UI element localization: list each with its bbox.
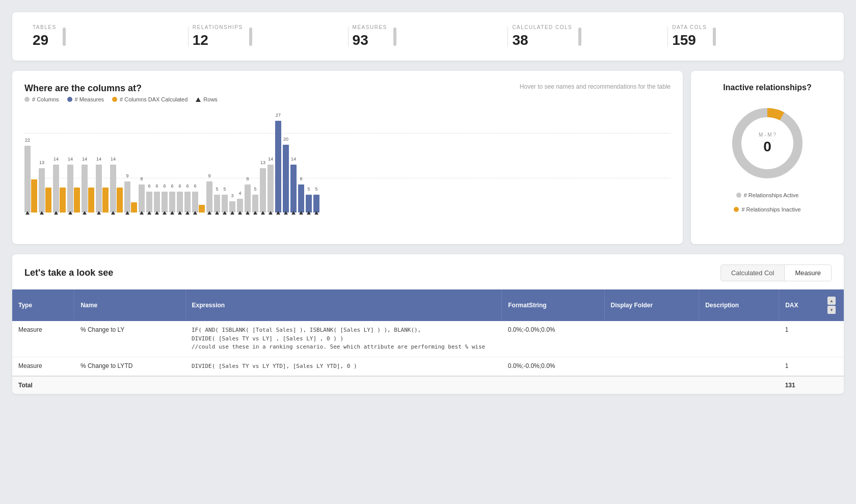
bar-group: 13 xyxy=(260,168,266,213)
bar-grey: 8 xyxy=(139,184,145,213)
bar-orange xyxy=(131,202,137,213)
table-row: Measure % Change to LY IF( AND( ISBLANK(… xyxy=(12,321,844,357)
bar-row-triangle xyxy=(253,211,257,215)
bar-group: 8 xyxy=(245,184,251,213)
tab-button-calculated-col[interactable]: Calculated Col xyxy=(721,265,785,281)
bar-row-triangle xyxy=(155,211,159,215)
bar-blue-label: 8 xyxy=(300,176,302,181)
bar-grey-label: 6 xyxy=(148,183,150,189)
stat-bar xyxy=(578,28,581,46)
bar-grey-label: 6 xyxy=(171,183,173,189)
bar-row-triangle xyxy=(111,211,115,215)
donut-legend-dot xyxy=(736,193,741,198)
bar-grey-label: 14 xyxy=(54,156,59,162)
stat-divider xyxy=(507,26,508,47)
bar-group: 6 xyxy=(177,192,183,213)
bar-row-triangle xyxy=(230,211,234,215)
bar-grey-label: 8 xyxy=(140,176,143,181)
cell-displayfolder xyxy=(604,357,699,376)
legend-label: Rows xyxy=(203,96,218,102)
bar-grey: 3 xyxy=(229,201,235,213)
bar-grey: 4 xyxy=(237,199,243,213)
bar-row-triangle xyxy=(97,211,101,215)
cell-formatstring: 0.0%;-0.0%;0.0% xyxy=(502,357,604,376)
bar-group: 6 xyxy=(154,192,160,213)
bar-group: 14 xyxy=(268,165,274,213)
bar-group: 6 xyxy=(146,192,152,213)
scroll-up-btn[interactable]: ▲ xyxy=(827,297,836,305)
cell-dax: 1 xyxy=(779,357,844,376)
bar-grey: 6 xyxy=(177,192,183,213)
donut-title: Inactive relationships? xyxy=(723,83,811,92)
donut-legend-item: # Relationships Inactive xyxy=(734,206,800,213)
bar-grey: 22 xyxy=(24,146,31,213)
bar-blue-label: 5 xyxy=(315,187,317,192)
bar-grey-label: 6 xyxy=(178,183,181,189)
donut-center-label: M - M ? xyxy=(759,132,776,138)
bar-row-triangle xyxy=(170,211,174,215)
bar-group: 14 xyxy=(82,165,94,213)
bar-group: 6 xyxy=(169,192,175,213)
bar-row-triangle xyxy=(207,211,211,215)
table-footer-row: Total 131 xyxy=(12,376,844,394)
bar-blue: 5 xyxy=(313,195,319,213)
bar-grey: 5 xyxy=(214,195,220,213)
scroll-down-btn[interactable]: ▼ xyxy=(827,306,836,314)
stat-divider xyxy=(667,26,668,47)
legend-label: # Columns xyxy=(32,96,59,102)
bar-row-triangle xyxy=(140,211,144,215)
cell-displayfolder xyxy=(604,321,699,357)
bar-orange xyxy=(45,188,51,213)
bar-group: 14 xyxy=(110,165,123,213)
bar-grey-label: 22 xyxy=(25,138,30,143)
bar-row-triangle xyxy=(215,211,219,215)
table-header-name: Name xyxy=(74,289,185,321)
cell-type: Measure xyxy=(12,357,74,376)
bar-row-triangle xyxy=(307,211,311,215)
donut-legend-label: # Relationships Active xyxy=(744,192,799,198)
chart-card: Where are the columns at? Hover to see n… xyxy=(12,71,683,244)
bar-blue-label: 27 xyxy=(276,113,281,118)
cell-description xyxy=(699,321,779,357)
bar-orange xyxy=(74,188,80,213)
cell-dax: 1 xyxy=(779,321,844,357)
bar-grey: 5 xyxy=(222,195,228,213)
cell-name: % Change to LY xyxy=(74,321,185,357)
stat-divider xyxy=(348,26,349,47)
data-table: TypeNameExpressionFormatStringDisplay Fo… xyxy=(12,289,844,394)
bar-grey-label: 14 xyxy=(82,156,87,162)
stat-label: TABLES xyxy=(33,24,57,30)
chart-legend: # Columns# Measures# Columns DAX Calcula… xyxy=(24,96,671,102)
table-header-display-folder: Display Folder xyxy=(604,289,699,321)
bar-group: 5 xyxy=(306,195,312,213)
bar-group: 22 xyxy=(24,146,37,213)
legend-label: # Measures xyxy=(75,96,104,102)
bar-grey-label: 6 xyxy=(155,183,158,189)
bar-orange xyxy=(60,188,66,213)
bar-grey: 14 xyxy=(96,165,102,213)
bar-group: 14 xyxy=(53,165,66,213)
bar-row-triangle xyxy=(223,211,227,215)
bar-grey: 6 xyxy=(192,192,198,213)
bar-grey-label: 8 xyxy=(246,176,249,181)
bar-group: 3 xyxy=(229,201,235,213)
donut-legend-item: # Relationships Active xyxy=(736,192,799,198)
bar-group: 14 xyxy=(67,165,80,213)
table-header-dax: DAX ▲ ▼ xyxy=(779,289,844,321)
chart-title: Where are the columns at? xyxy=(24,83,142,94)
bar-orange xyxy=(117,188,123,213)
bar-group: 9 xyxy=(124,181,137,213)
bar-grey: 14 xyxy=(268,165,274,213)
bar-row-triangle xyxy=(246,211,250,215)
legend-item: # Columns DAX Calculated xyxy=(112,96,188,102)
tab-buttons: Calculated ColMeasure xyxy=(720,264,832,281)
tab-button-measure[interactable]: Measure xyxy=(785,265,831,281)
bar-group: 14 xyxy=(290,165,297,213)
bar-row-triangle xyxy=(83,211,87,215)
bar-blue: 27 xyxy=(275,121,281,213)
bar-grey: 8 xyxy=(245,184,251,213)
donut-center-value: 0 xyxy=(759,139,776,155)
bar-grey: 9 xyxy=(206,181,212,213)
th-dax-label: DAX xyxy=(785,302,798,309)
scroll-indicator[interactable]: ▲ ▼ xyxy=(825,295,838,316)
